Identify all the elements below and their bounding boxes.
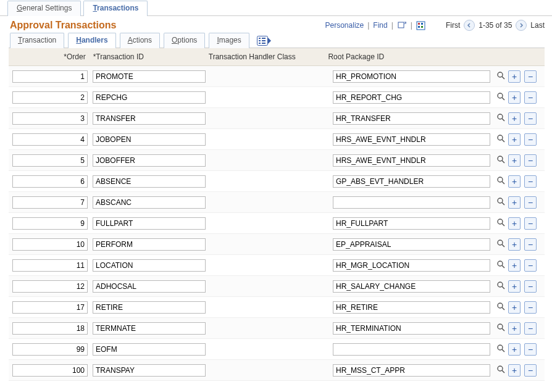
download-icon[interactable] bbox=[416, 20, 426, 30]
order-input[interactable] bbox=[12, 217, 88, 230]
next-page-icon[interactable] bbox=[516, 20, 527, 31]
col-header-handler-class[interactable]: Transaction Handler Class bbox=[205, 52, 325, 61]
personalize-link[interactable]: Personalize bbox=[325, 21, 364, 30]
col-header-order[interactable]: *Order bbox=[9, 52, 90, 61]
root-package-input[interactable] bbox=[333, 154, 490, 167]
delete-row-button[interactable]: − bbox=[524, 217, 537, 230]
root-package-input[interactable] bbox=[333, 91, 490, 104]
subtab-handlers[interactable]: Handlers bbox=[68, 33, 115, 48]
transaction-id-input[interactable] bbox=[93, 133, 206, 146]
subtab-transaction[interactable]: Transaction bbox=[10, 33, 64, 48]
lookup-icon[interactable] bbox=[496, 344, 505, 354]
add-row-button[interactable]: + bbox=[508, 322, 521, 335]
delete-row-button[interactable]: − bbox=[524, 175, 537, 188]
transaction-id-input[interactable] bbox=[93, 175, 206, 188]
transaction-id-input[interactable] bbox=[93, 70, 206, 83]
lookup-icon[interactable] bbox=[496, 281, 505, 291]
order-input[interactable] bbox=[12, 154, 88, 167]
transaction-id-input[interactable] bbox=[93, 301, 206, 314]
subtab-actions[interactable]: Actions bbox=[120, 33, 160, 48]
add-row-button[interactable]: + bbox=[508, 196, 521, 209]
show-all-columns-icon[interactable] bbox=[253, 35, 275, 47]
add-row-button[interactable]: + bbox=[508, 133, 521, 146]
delete-row-button[interactable]: − bbox=[524, 133, 537, 146]
delete-row-button[interactable]: − bbox=[524, 238, 537, 251]
add-row-button[interactable]: + bbox=[508, 301, 521, 314]
order-input[interactable] bbox=[12, 70, 88, 83]
tab-general-settings[interactable]: General Settings bbox=[7, 1, 81, 16]
order-input[interactable] bbox=[12, 196, 88, 209]
order-input[interactable] bbox=[12, 322, 88, 335]
order-input[interactable] bbox=[12, 301, 88, 314]
transaction-id-input[interactable] bbox=[93, 217, 206, 230]
delete-row-button[interactable]: − bbox=[524, 154, 537, 167]
add-row-button[interactable]: + bbox=[508, 175, 521, 188]
transaction-id-input[interactable] bbox=[93, 280, 206, 293]
root-package-input[interactable] bbox=[333, 280, 490, 293]
order-input[interactable] bbox=[12, 175, 88, 188]
prev-page-icon[interactable] bbox=[464, 20, 475, 31]
transaction-id-input[interactable] bbox=[93, 154, 206, 167]
add-row-button[interactable]: + bbox=[508, 217, 521, 230]
delete-row-button[interactable]: − bbox=[524, 91, 537, 104]
root-package-input[interactable] bbox=[333, 133, 490, 146]
lookup-icon[interactable] bbox=[496, 239, 505, 249]
add-row-button[interactable]: + bbox=[508, 112, 521, 125]
add-row-button[interactable]: + bbox=[508, 259, 521, 272]
transaction-id-input[interactable] bbox=[93, 364, 206, 377]
delete-row-button[interactable]: − bbox=[524, 280, 537, 293]
transaction-id-input[interactable] bbox=[93, 322, 206, 335]
order-input[interactable] bbox=[12, 364, 88, 377]
transaction-id-input[interactable] bbox=[93, 259, 206, 272]
delete-row-button[interactable]: − bbox=[524, 343, 537, 356]
add-row-button[interactable]: + bbox=[508, 238, 521, 251]
root-package-input[interactable] bbox=[333, 175, 490, 188]
root-package-input[interactable] bbox=[333, 364, 490, 377]
lookup-icon[interactable] bbox=[496, 71, 505, 81]
lookup-icon[interactable] bbox=[496, 155, 505, 165]
nav-first[interactable]: First bbox=[446, 21, 460, 30]
nav-last[interactable]: Last bbox=[530, 21, 545, 30]
delete-row-button[interactable]: − bbox=[524, 364, 537, 377]
col-header-txn-id[interactable]: *Transaction ID bbox=[90, 52, 205, 61]
lookup-icon[interactable] bbox=[496, 218, 505, 228]
lookup-icon[interactable] bbox=[496, 134, 505, 144]
root-package-input[interactable] bbox=[333, 238, 490, 251]
root-package-input[interactable] bbox=[333, 343, 490, 356]
transaction-id-input[interactable] bbox=[93, 112, 206, 125]
transaction-id-input[interactable] bbox=[93, 238, 206, 251]
add-row-button[interactable]: + bbox=[508, 70, 521, 83]
lookup-icon[interactable] bbox=[496, 302, 505, 312]
delete-row-button[interactable]: − bbox=[524, 301, 537, 314]
lookup-icon[interactable] bbox=[496, 365, 505, 375]
delete-row-button[interactable]: − bbox=[524, 70, 537, 83]
order-input[interactable] bbox=[12, 91, 88, 104]
root-package-input[interactable] bbox=[333, 196, 490, 209]
add-row-button[interactable]: + bbox=[508, 280, 521, 293]
add-row-button[interactable]: + bbox=[508, 154, 521, 167]
root-package-input[interactable] bbox=[333, 112, 490, 125]
order-input[interactable] bbox=[12, 133, 88, 146]
lookup-icon[interactable] bbox=[496, 113, 505, 123]
root-package-input[interactable] bbox=[333, 301, 490, 314]
order-input[interactable] bbox=[12, 280, 88, 293]
root-package-input[interactable] bbox=[333, 322, 490, 335]
root-package-input[interactable] bbox=[333, 259, 490, 272]
add-row-button[interactable]: + bbox=[508, 364, 521, 377]
root-package-input[interactable] bbox=[333, 70, 490, 83]
zoom-icon[interactable] bbox=[397, 20, 407, 30]
delete-row-button[interactable]: − bbox=[524, 322, 537, 335]
add-row-button[interactable]: + bbox=[508, 91, 521, 104]
subtab-options[interactable]: Options bbox=[164, 33, 205, 48]
transaction-id-input[interactable] bbox=[93, 343, 206, 356]
root-package-input[interactable] bbox=[333, 217, 490, 230]
order-input[interactable] bbox=[12, 238, 88, 251]
order-input[interactable] bbox=[12, 112, 88, 125]
add-row-button[interactable]: + bbox=[508, 343, 521, 356]
lookup-icon[interactable] bbox=[496, 323, 505, 333]
transaction-id-input[interactable] bbox=[93, 91, 206, 104]
order-input[interactable] bbox=[12, 343, 88, 356]
subtab-images[interactable]: Images bbox=[209, 33, 249, 48]
lookup-icon[interactable] bbox=[496, 92, 505, 102]
transaction-id-input[interactable] bbox=[93, 196, 206, 209]
